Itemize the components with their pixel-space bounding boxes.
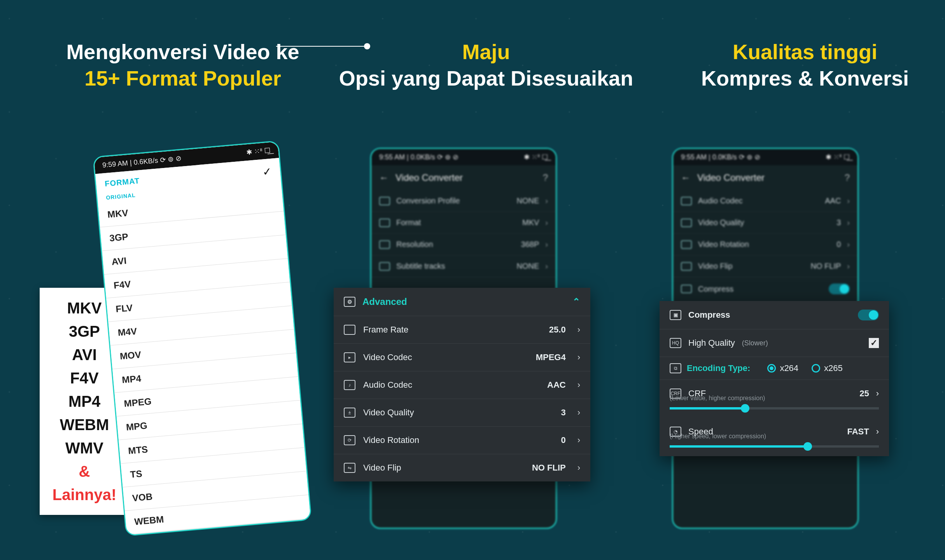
status-right: ✱ ⁙ᴵᴵ ☐͟ [524, 153, 548, 161]
settings-row[interactable]: ▸ Video Codec MPEG4 › [334, 343, 590, 371]
gear-icon [344, 297, 355, 307]
compress-toggle[interactable] [858, 310, 879, 320]
row-value: AAC [547, 380, 566, 390]
row-label: Format [396, 218, 421, 227]
compress-icon [681, 285, 692, 293]
status-bar: 9:55 AM | 0.0KB/s ⟳ ⊚ ⊘ ✱ ⁙ᴵᴵ ☐͟ [673, 149, 858, 165]
heading-advanced-top: Maju [462, 40, 510, 63]
encoding-type-row: ⧉ Encoding Type: x264 x265 [660, 357, 889, 380]
chevron-right-icon: › [876, 388, 879, 399]
resolution-icon [379, 240, 390, 249]
chevron-right-icon: › [847, 196, 850, 205]
row-label: Video Flip [698, 262, 733, 271]
row-label: Conversion Profile [396, 196, 460, 205]
audio-codec-icon [681, 197, 692, 205]
chevron-up-icon: ⌃ [572, 296, 580, 307]
status-bar: 9:55 AM | 0.0KB/s ⟳ ⊚ ⊘ ✱ ⁙ᴵᴵ ☐͟ [371, 149, 556, 165]
hq-label: High Quality [688, 338, 735, 348]
check-icon[interactable]: ✓ [262, 165, 272, 178]
back-icon[interactable]: ← [681, 172, 690, 183]
rotation-icon [681, 240, 692, 249]
row-label: Audio Codec [363, 380, 412, 390]
chevron-right-icon: › [578, 352, 580, 362]
row-label: Video Flip [363, 463, 401, 473]
chevron-right-icon: › [578, 380, 580, 390]
chevron-right-icon: › [578, 325, 580, 335]
advanced-header[interactable]: Advanced ⌃ [334, 288, 590, 316]
chevron-right-icon: › [847, 262, 850, 271]
slider-knob[interactable] [741, 404, 749, 413]
chevron-right-icon: › [545, 262, 548, 271]
settings-row[interactable]: Format MKV › [371, 212, 556, 234]
heading-compress-top: Kualitas tinggi [733, 40, 877, 63]
legend-item: WMV [44, 436, 125, 460]
settings-row[interactable]: Conversion Profile NONE › [371, 190, 556, 212]
heading-advanced-bottom: Opsi yang Dapat Disesuaikan [339, 66, 633, 90]
checkbox-checked-icon[interactable]: ✓ [869, 338, 879, 348]
compress-toggle[interactable] [829, 284, 850, 294]
heading-compress-bottom: Kompres & Konversi [701, 66, 909, 90]
row-value: AAC [825, 196, 841, 205]
settings-row[interactable]: Subtitle tracks NONE › [371, 256, 556, 277]
radio-x265[interactable]: x265 [812, 363, 843, 373]
row-value: 0 [561, 435, 565, 445]
high-quality-row[interactable]: HQ High Quality (Slower) ✓ [660, 329, 889, 357]
row-value: NO FLIP [532, 463, 566, 473]
row-label: Video Quality [698, 218, 744, 227]
crf-slider[interactable] [670, 407, 879, 410]
settings-row[interactable]: ± Video Quality 3 › [334, 399, 590, 426]
speed-value: FAST [847, 427, 869, 437]
frame-rate-icon [344, 325, 355, 335]
speed-slider[interactable] [670, 445, 879, 448]
settings-row[interactable]: Compress [673, 277, 858, 301]
settings-row[interactable]: Video Flip NO FLIP › [673, 256, 858, 277]
chevron-right-icon: › [876, 427, 879, 437]
row-value: 368P [521, 240, 539, 249]
compress-header[interactable]: ▣ Compress [660, 301, 889, 329]
settings-row[interactable]: Video Quality 3 › [673, 212, 858, 234]
compress-icon: ▣ [670, 310, 681, 320]
crf-hint: (Lower value, higher compression) [660, 395, 889, 404]
format-heading: FORMAT [104, 177, 140, 192]
format-list[interactable]: MKV 3GP AVI F4V FLV M4V MOV MP4 MPEG MPG… [98, 188, 311, 535]
row-value: 3 [836, 218, 841, 227]
row-label: Video Quality [363, 408, 414, 418]
crf-value: 25 [859, 388, 869, 399]
slider-knob[interactable] [803, 442, 812, 451]
status-right: ✱ ⁙ᴵᴵ ☐͟ [246, 146, 271, 157]
chevron-right-icon: › [847, 240, 850, 249]
row-value: 3 [561, 408, 565, 418]
chevron-right-icon: › [578, 408, 580, 418]
legend-amp: & [44, 460, 125, 483]
flip-icon [681, 262, 692, 271]
heading-convert: Mengkonversi Video ke 15+ Format Populer [39, 39, 327, 91]
settings-row[interactable]: Audio Codec AAC › [673, 190, 858, 212]
radio-x264[interactable]: x264 [767, 363, 798, 373]
settings-row[interactable]: ⟳ Video Rotation 0 › [334, 426, 590, 454]
encoding-icon: ⧉ [670, 363, 681, 373]
status-left: 9:55 AM | 0.0KB/s ⟳ ⊚ ⊘ [379, 153, 458, 161]
settings-row[interactable]: Video Rotation 0 › [673, 234, 858, 256]
chevron-right-icon: › [578, 463, 580, 473]
heading-advanced: Maju Opsi yang Dapat Disesuaikan [338, 39, 634, 91]
settings-row[interactable]: Frame Rate 25.0 › [334, 316, 590, 343]
settings-row[interactable]: ♪ Audio Codec AAC › [334, 371, 590, 399]
radio-label: x264 [780, 363, 798, 373]
encoding-label: Encoding Type: [687, 363, 750, 373]
row-label: Resolution [396, 240, 433, 249]
settings-row[interactable]: ⇋ Video Flip NO FLIP › [334, 454, 590, 481]
chevron-right-icon: › [545, 240, 548, 249]
compress-title: Compress [688, 310, 730, 320]
rotation-icon: ⟳ [344, 435, 355, 445]
help-icon[interactable]: ? [845, 172, 850, 183]
settings-row[interactable]: Resolution 368P › [371, 234, 556, 256]
phone-format-list: 9:59 AM | 0.6KB/s ⟳ ⊚ ⊘ ✱ ⁙ᴵᴵ ☐͟ FORMAT … [93, 140, 312, 536]
back-icon[interactable]: ← [379, 172, 388, 183]
row-value: 25.0 [549, 325, 566, 335]
help-icon[interactable]: ? [543, 172, 548, 183]
status-left: 9:55 AM | 0.0KB/s ⟳ ⊚ ⊘ [681, 153, 760, 161]
chevron-right-icon: › [578, 435, 580, 445]
row-value: 0 [836, 240, 841, 249]
row-value: NONE [517, 262, 539, 271]
heading-compress: Kualitas tinggi Kompres & Konversi [681, 39, 929, 91]
